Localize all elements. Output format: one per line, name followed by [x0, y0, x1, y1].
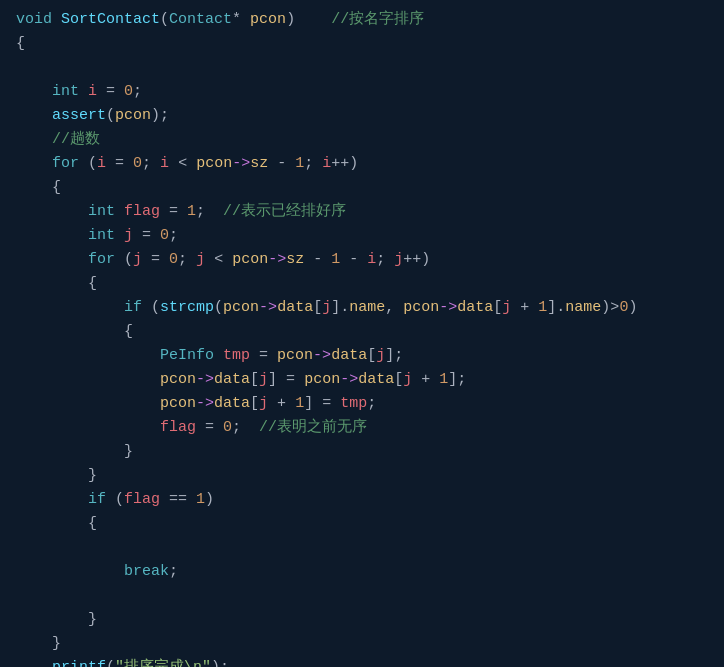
- code-token: 0: [223, 416, 232, 440]
- code-token: {: [88, 272, 97, 296]
- code-line: void SortContact(Contact* pcon) //按名字排序: [0, 8, 724, 32]
- code-token: pcon: [277, 344, 313, 368]
- code-token: [16, 320, 124, 344]
- code-token: (: [106, 656, 115, 667]
- code-token: ++): [403, 248, 430, 272]
- code-token: 0: [169, 248, 178, 272]
- code-token: ->: [268, 248, 286, 272]
- code-token: ;: [178, 248, 196, 272]
- code-token: ): [205, 488, 214, 512]
- code-token: ;: [169, 224, 178, 248]
- code-token: Contact: [169, 8, 232, 32]
- code-token: i: [88, 80, 97, 104]
- code-line: pcon->data[j] = pcon->data[j + 1];: [0, 368, 724, 392]
- code-line: }: [0, 464, 724, 488]
- code-token: [16, 440, 124, 464]
- code-token: 0: [133, 152, 142, 176]
- code-line: [0, 536, 724, 560]
- code-line: for (i = 0; i < pcon->sz - 1; i++): [0, 152, 724, 176]
- code-token: pcon: [250, 8, 286, 32]
- code-token: data: [331, 344, 367, 368]
- code-token: [16, 248, 88, 272]
- code-token: j: [394, 248, 403, 272]
- code-line: int j = 0;: [0, 224, 724, 248]
- code-token: +: [412, 368, 439, 392]
- code-token: pcon: [232, 248, 268, 272]
- code-token: ];: [448, 368, 466, 392]
- code-token: ;: [376, 248, 394, 272]
- code-token: *: [232, 8, 250, 32]
- code-token: j: [196, 248, 205, 272]
- code-token: [16, 176, 52, 200]
- code-token: i: [367, 248, 376, 272]
- code-token: [16, 416, 160, 440]
- code-token: [: [250, 392, 259, 416]
- code-token: strcmp: [160, 296, 214, 320]
- code-token: );: [151, 104, 169, 128]
- code-token: ->: [439, 296, 457, 320]
- code-token: pcon: [223, 296, 259, 320]
- code-token: [16, 608, 88, 632]
- code-token: ;: [367, 392, 376, 416]
- code-line: flag = 0; //表明之前无序: [0, 416, 724, 440]
- code-token: 1: [295, 152, 304, 176]
- code-token: i: [97, 152, 106, 176]
- code-token: [: [394, 368, 403, 392]
- code-line: PeInfo tmp = pcon->data[j];: [0, 344, 724, 368]
- code-token: ->: [196, 368, 214, 392]
- code-token: (: [214, 296, 223, 320]
- code-line: int i = 0;: [0, 80, 724, 104]
- code-token: +: [268, 392, 295, 416]
- code-token: j: [133, 248, 142, 272]
- code-token: j: [376, 344, 385, 368]
- code-line: {: [0, 176, 724, 200]
- code-token: ] =: [304, 392, 340, 416]
- code-token: );: [211, 656, 229, 667]
- code-line: [0, 584, 724, 608]
- code-token: PeInfo: [160, 344, 214, 368]
- code-token: int: [52, 80, 79, 104]
- code-token: sz: [250, 152, 268, 176]
- code-token: (: [115, 248, 133, 272]
- code-token: if: [124, 296, 142, 320]
- code-token: j: [124, 224, 133, 248]
- code-token: ==: [160, 488, 196, 512]
- code-token: j: [403, 368, 412, 392]
- code-token: data: [457, 296, 493, 320]
- code-token: )>: [601, 296, 619, 320]
- code-token: =: [106, 152, 133, 176]
- code-token: ->: [232, 152, 250, 176]
- code-line: assert(pcon);: [0, 104, 724, 128]
- code-token: [: [313, 296, 322, 320]
- code-token: pcon: [115, 104, 151, 128]
- code-token: //按名字排序: [295, 8, 424, 32]
- code-token: pcon: [160, 392, 196, 416]
- code-token: data: [214, 392, 250, 416]
- code-token: ] =: [268, 368, 304, 392]
- code-token: data: [214, 368, 250, 392]
- code-token: pcon: [196, 152, 232, 176]
- code-line: {: [0, 512, 724, 536]
- code-token: for: [88, 248, 115, 272]
- code-token: [16, 392, 160, 416]
- code-token: 1: [439, 368, 448, 392]
- code-token: pcon: [304, 368, 340, 392]
- code-token: =: [160, 200, 187, 224]
- code-line: {: [0, 32, 724, 56]
- code-token: j: [259, 368, 268, 392]
- code-token: }: [88, 464, 97, 488]
- code-token: <: [169, 152, 196, 176]
- code-line: }: [0, 440, 724, 464]
- code-token: (: [106, 104, 115, 128]
- code-token: (: [160, 8, 169, 32]
- code-token: tmp: [223, 344, 250, 368]
- code-token: int: [88, 200, 115, 224]
- code-token: assert: [52, 104, 106, 128]
- code-token: name: [349, 296, 385, 320]
- code-token: 1: [331, 248, 340, 272]
- code-token: flag: [124, 200, 160, 224]
- code-token: [16, 560, 124, 584]
- code-token: [214, 344, 223, 368]
- code-line: if (strcmp(pcon->data[j].name, pcon->dat…: [0, 296, 724, 320]
- code-token: pcon: [403, 296, 439, 320]
